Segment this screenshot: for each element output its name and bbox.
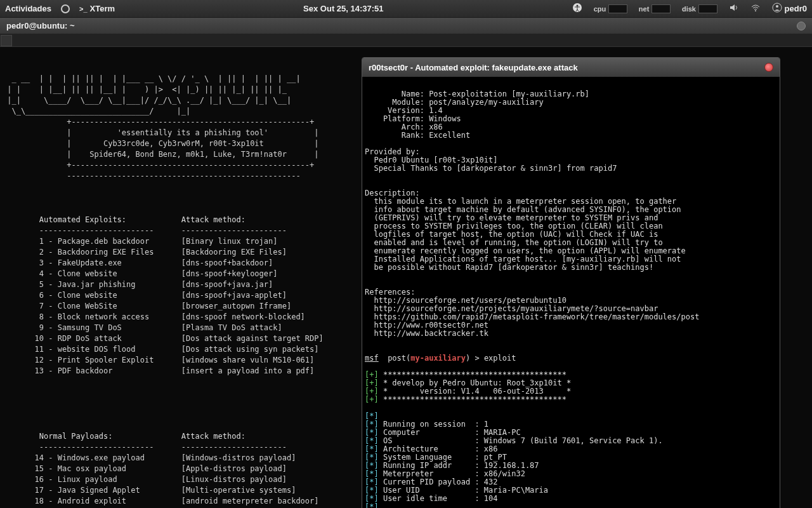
provided-line: Pedr0 Ubuntu [r00t-3xp10it] — [365, 156, 498, 164]
provided-line: Special Thanks to [darkoperator & sinn3r… — [365, 164, 617, 173]
exploit-row: 1 - Package.deb backdoor [Binary linux t… — [3, 237, 277, 246]
right-window-title: r00tsect0r - Automated exploit: fakeupda… — [369, 63, 578, 72]
references-header: References: — [365, 288, 415, 297]
reference-line: http://sourceforge.net/users/peterubuntu… — [365, 296, 566, 305]
app-menu-icon[interactable] — [60, 4, 70, 14]
output-line: [*] OS : Windows 7 (Build 7601, Service … — [365, 436, 663, 445]
output-line: [*] Computer : MARIA-PC — [365, 428, 521, 437]
exploit-row: 4 - Clone website [dns-spoof+keylooger] — [3, 269, 277, 278]
payloads-header: Normal Payloads: Attack method: — [3, 432, 246, 441]
payload-row: 17 - Java Signed Applet [Multi-operative… — [3, 486, 296, 495]
output-line: [*] Meterpreter : x86/win32 — [365, 469, 525, 478]
output-line: [*] — [365, 502, 379, 508]
info-module: Module: post/analyze/my-auxiliary — [365, 98, 544, 107]
description-line: enabled and is level of running, the opt… — [365, 238, 663, 247]
accessibility-icon[interactable] — [572, 3, 582, 15]
output-line: [*] Current PID payload : 432 — [365, 478, 498, 486]
output-line: [*] User UID : Maria-PC\Maria — [365, 486, 548, 495]
separator: ------------------------- --------------… — [3, 443, 287, 451]
provided-header: Provided by: — [365, 147, 420, 156]
reference-line: https://github.com/rapid7/metasploit-fra… — [365, 312, 699, 321]
banner-line: [+] ************************************… — [365, 370, 566, 379]
xterm-icon: >_ — [79, 5, 88, 13]
disk-label: disk — [682, 5, 696, 13]
close-icon[interactable] — [764, 63, 773, 72]
info-version: Version: 1.4 — [365, 106, 443, 115]
output-line: [*] User idle time : 104 — [365, 494, 498, 503]
username[interactable]: pedr0 — [785, 4, 807, 13]
gnome-topbar: Actividades >_ XTerm Sex Out 25, 14:37:5… — [0, 0, 812, 18]
close-icon[interactable] — [797, 22, 806, 30]
terminal-right-window[interactable]: r00tsect0r - Automated exploit: fakeupda… — [362, 57, 780, 508]
description-line: be possible without Rapid7 [darkoperator… — [365, 263, 653, 272]
separator: ------------------------- --------------… — [3, 226, 287, 235]
description-header: Description: — [365, 189, 420, 197]
cpu-label: cpu — [594, 5, 606, 13]
msf-prompt[interactable]: msf post(my-auxiliary) > exploit — [365, 354, 516, 363]
description-line: this module its to launch in a meterpret… — [365, 197, 676, 206]
cpu-graph — [608, 4, 627, 13]
description-line: logfiles of target host, the option (UAC… — [365, 230, 658, 239]
reference-line: http://www.r00tsect0r.net — [365, 321, 488, 330]
payload-row: 16 - Linux payload [Linux-distros payloa… — [3, 475, 287, 484]
info-arch: Arch: x86 — [365, 123, 443, 131]
description-line: info about target machine by default (ad… — [365, 205, 681, 214]
exploit-row: 7 - Clone WebSite [browser_autopwn Ifram… — [3, 302, 291, 311]
ascii-art: _ __ | | | || || | | |___ __ \ \/ / '_ \… — [3, 74, 319, 180]
exploit-row: 10 - RDP DoS attack [Dos attack against … — [3, 334, 324, 343]
terminal-tabbar — [0, 34, 812, 47]
exploit-row: 12 - Print Spooler Exploit [windows shar… — [3, 356, 314, 364]
svg-point-2 — [576, 5, 578, 7]
wifi-icon[interactable] — [750, 3, 761, 15]
svg-point-5 — [776, 5, 778, 8]
description-line: Installed Applications of target host...… — [365, 255, 681, 264]
exploits-header: Automated Exploits: Attack method: — [3, 215, 246, 224]
output-line: [*] Running IP addr : 192.168.1.87 — [365, 461, 539, 470]
exploit-row: 8 - Block network access [dns-spoof netw… — [3, 312, 305, 321]
exploit-row: 3 - FakeUpdate.exe [dns-spoof+backdoor] — [3, 258, 273, 267]
payload-row: 14 - Windows.exe payload [Windows-distro… — [3, 453, 296, 462]
exploit-row: 11 - website DOS flood [Dos attack using… — [3, 345, 319, 354]
reference-line: http://sourceforge.net/projects/myauxili… — [365, 304, 658, 313]
payload-row: 15 - Mac osx payload [Apple-distros payl… — [3, 464, 287, 473]
output-line: [*] Running on session : 1 — [365, 420, 488, 429]
svg-point-3 — [755, 10, 756, 11]
payload-row: 18 - Android exploit [android meterprete… — [3, 497, 319, 505]
net-graph — [652, 4, 671, 13]
exploit-row: 2 - Backdooring EXE Files [Backdooring E… — [3, 248, 287, 257]
disk-graph — [698, 4, 717, 13]
user-icon[interactable] — [772, 3, 782, 15]
exploit-row: 13 - PDF backdoor [insert a payload into… — [3, 366, 314, 375]
net-label: net — [639, 5, 650, 13]
output-line: [*] — [365, 411, 379, 420]
activities-button[interactable]: Actividades — [5, 4, 51, 13]
exploit-row: 6 - Clone website [dns-spoof+java-applet… — [3, 291, 287, 300]
window-titlebar[interactable]: pedr0@ubuntu: ~ — [0, 18, 812, 34]
banner-line: [+] * version: V1.4 06-out-2013 * — [365, 387, 571, 396]
info-platform: Platform: Windows — [365, 114, 461, 123]
terminal-right-body[interactable]: Name: Post-exploitation [my-auxiliary.rb… — [362, 77, 780, 508]
description-line: (GETPRIVS) will try to elevate meterpret… — [365, 213, 658, 222]
exploit-row: 9 - Samsung TV DoS [Plasma TV DoS attack… — [3, 323, 282, 332]
svg-point-0 — [62, 5, 69, 13]
right-window-titlebar[interactable]: r00tsect0r - Automated exploit: fakeupda… — [362, 58, 780, 77]
banner-line: [+] * develop by Pedro Ubuntu: Root_3xp1… — [365, 378, 571, 387]
volume-icon[interactable] — [729, 3, 739, 15]
reference-line: http://www.backtracker.tk — [365, 329, 488, 338]
split-view-icon[interactable] — [1, 35, 12, 46]
description-line: enumerate recently logged on users, the … — [365, 246, 686, 255]
output-line: [*] Architecture : x86 — [365, 444, 498, 453]
info-rank: Rank: Excellent — [365, 131, 470, 140]
banner-line: [+] ************************************… — [365, 395, 566, 404]
clock[interactable]: Sex Out 25, 14:37:51 — [115, 4, 572, 13]
app-name[interactable]: XTerm — [90, 4, 115, 13]
exploit-row: 5 - Java.jar phishing [dns-spoof+java.ja… — [3, 280, 273, 289]
info-name: Name: Post-exploitation [my-auxiliary.rb… — [365, 90, 589, 98]
window-title: pedr0@ubuntu: ~ — [6, 21, 75, 30]
output-line: [*] System Language : pt_PT — [365, 453, 507, 462]
description-line: process to SYSTEM privileges too, the op… — [365, 222, 663, 231]
